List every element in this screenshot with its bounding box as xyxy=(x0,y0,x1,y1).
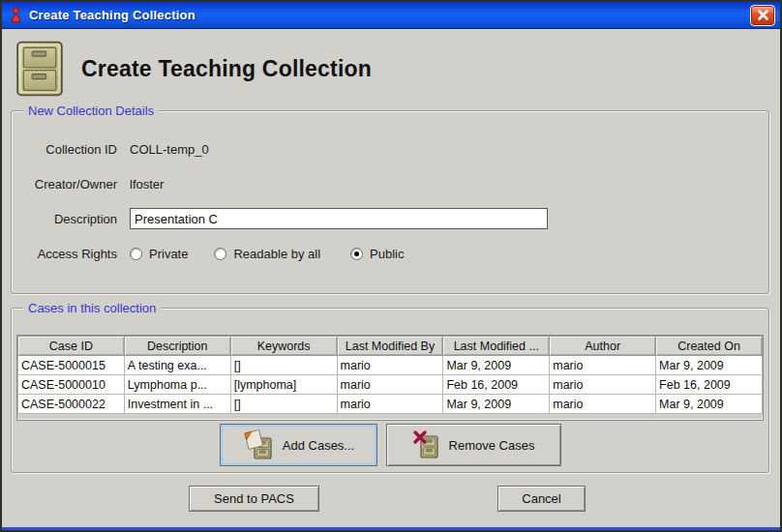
window-title: Create Teaching Collection xyxy=(29,8,750,22)
file-cabinet-icon xyxy=(15,41,64,97)
col-last-modified-by[interactable]: Last Modified By xyxy=(337,337,443,356)
cases-table: Case ID Description Keywords Last Modifi… xyxy=(17,336,763,414)
description-label: Description xyxy=(12,212,130,226)
window-bottom-accent xyxy=(2,527,780,530)
radio-circle xyxy=(350,248,363,260)
col-created-on[interactable]: Created On xyxy=(656,337,763,356)
radio-public[interactable]: Public xyxy=(350,247,404,261)
red-x-cabinet-icon xyxy=(412,429,441,460)
add-cases-button[interactable]: Add Cases... xyxy=(220,424,377,466)
send-to-pacs-button[interactable]: Send to PACS xyxy=(189,486,319,512)
table-row[interactable]: CASE-5000015 A testing exa... [] mario M… xyxy=(18,356,763,375)
collection-id-label: Collection ID xyxy=(12,142,130,157)
add-cases-label: Add Cases... xyxy=(283,438,354,453)
app-icon xyxy=(10,7,22,23)
col-description[interactable]: Description xyxy=(124,337,230,356)
radio-readable-by-all[interactable]: Readable by all xyxy=(214,247,320,261)
page-title: Create Teaching Collection xyxy=(81,56,372,82)
col-author[interactable]: Author xyxy=(550,337,656,356)
note-over-cabinet-icon xyxy=(242,429,275,460)
remove-cases-button[interactable]: Remove Cases xyxy=(386,424,561,466)
radio-circle xyxy=(214,248,226,260)
col-case-id[interactable]: Case ID xyxy=(18,337,125,356)
dialog-header: Create Teaching Collection xyxy=(2,30,780,107)
access-rights-label: Access Rights xyxy=(12,247,130,261)
creator-owner-value: lfoster xyxy=(130,177,768,192)
remove-cases-label: Remove Cases xyxy=(449,438,535,453)
cases-table-scrollpane[interactable]: Case ID Description Keywords Last Modifi… xyxy=(16,335,764,421)
col-last-modified[interactable]: Last Modified ... xyxy=(443,337,550,356)
close-button[interactable] xyxy=(750,5,775,26)
radio-circle xyxy=(130,248,142,260)
radio-private[interactable]: Private xyxy=(130,247,188,261)
table-row[interactable]: CASE-5000010 Lymphoma p... [lymphoma] ma… xyxy=(18,375,763,395)
table-row[interactable]: CASE-5000022 Investment in ... [] mario … xyxy=(18,395,763,414)
access-rights-radio-group: Private Readable by all Public xyxy=(130,247,768,261)
cancel-button[interactable]: Cancel xyxy=(497,486,586,512)
col-keywords[interactable]: Keywords xyxy=(230,337,337,356)
create-teaching-collection-dialog: Create Teaching Collection xyxy=(0,0,782,532)
creator-owner-label: Creator/Owner xyxy=(12,177,130,192)
cases-group: Cases in this collection Case ID Descrip… xyxy=(11,308,769,473)
group-legend: Cases in this collection xyxy=(23,301,161,315)
close-icon xyxy=(757,9,769,21)
table-header-row: Case ID Description Keywords Last Modifi… xyxy=(18,337,763,356)
collection-id-value: COLL-temp_0 xyxy=(130,142,768,157)
footer: Send to PACS Cancel xyxy=(2,473,780,530)
description-input[interactable] xyxy=(130,208,548,229)
new-collection-details-group: New Collection Details Collection ID COL… xyxy=(11,110,769,294)
titlebar[interactable]: Create Teaching Collection xyxy=(2,2,780,29)
group-legend: New Collection Details xyxy=(23,103,159,118)
